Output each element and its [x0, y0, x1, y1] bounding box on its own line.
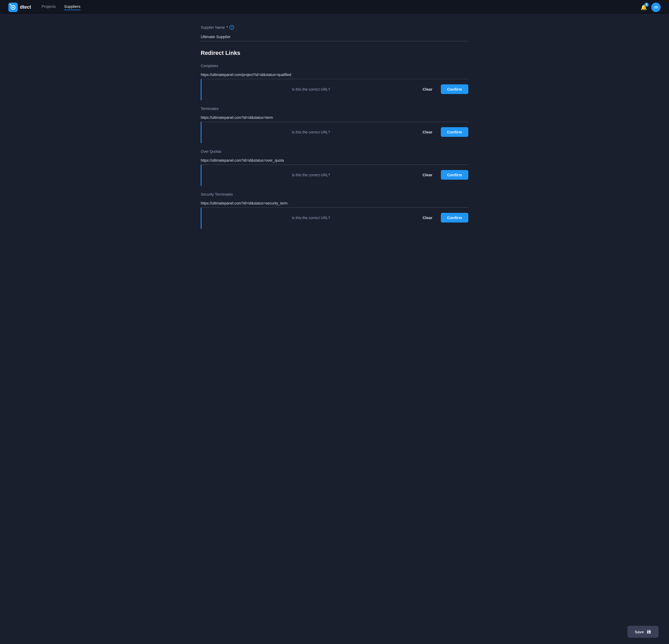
- save-icon: [646, 629, 651, 634]
- confirm-button-2[interactable]: Confirm: [441, 170, 469, 180]
- confirm-button-3[interactable]: Confirm: [441, 213, 469, 222]
- nav-link-projects[interactable]: Projects: [42, 4, 56, 10]
- svg-point-2: [12, 6, 14, 8]
- url-input-1[interactable]: [201, 113, 468, 122]
- user-avatar[interactable]: JS: [651, 3, 661, 12]
- confirm-button-1[interactable]: Confirm: [441, 127, 469, 137]
- confirm-button-0[interactable]: Confirm: [441, 84, 469, 94]
- link-label-2: Over Quotas: [201, 149, 468, 153]
- clear-button-3[interactable]: Clear: [418, 214, 437, 222]
- logo-area[interactable]: dtect: [8, 3, 31, 12]
- confirm-row-0: Is this the correct URL? Clear Confirm: [201, 79, 468, 100]
- confirm-question-0: Is this the correct URL?: [208, 87, 414, 91]
- confirm-row-1: Is this the correct URL? Clear Confirm: [201, 122, 468, 143]
- clear-button-0[interactable]: Clear: [418, 85, 437, 93]
- logo-icon: [8, 3, 18, 12]
- supplier-name-label: Supplier Name* ?: [201, 25, 468, 30]
- redirect-links-title: Redirect Links: [201, 49, 468, 56]
- nav-links: Projects Suppliers: [42, 4, 641, 10]
- link-label-1: Terminates: [201, 106, 468, 111]
- supplier-name-input[interactable]: [201, 32, 468, 41]
- supplier-name-help-icon[interactable]: ?: [229, 25, 234, 30]
- confirm-question-2: Is this the correct URL?: [208, 173, 414, 177]
- link-label-3: Security Terminates: [201, 192, 468, 196]
- link-group-1: Terminates Is this the correct URL? Clea…: [201, 106, 468, 143]
- notifications-button[interactable]: 🔔 9: [641, 4, 647, 11]
- confirm-row-3: Is this the correct URL? Clear Confirm: [201, 208, 468, 229]
- link-group-3: Security Terminates Is this the correct …: [201, 192, 468, 229]
- confirm-question-3: Is this the correct URL?: [208, 216, 414, 220]
- supplier-name-field: Supplier Name* ?: [201, 25, 468, 41]
- url-input-3[interactable]: [201, 199, 468, 208]
- save-button[interactable]: Save: [627, 626, 658, 638]
- url-input-0[interactable]: [201, 71, 468, 79]
- nav-right: 🔔 9 JS: [641, 3, 661, 12]
- clear-button-1[interactable]: Clear: [418, 128, 437, 136]
- link-group-2: Over Quotas Is this the correct URL? Cle…: [201, 149, 468, 186]
- logo-text: dtect: [20, 4, 31, 10]
- redirect-links-container: Completes Is this the correct URL? Clear…: [201, 64, 468, 229]
- confirm-question-1: Is this the correct URL?: [208, 130, 414, 134]
- nav-link-suppliers[interactable]: Suppliers: [64, 4, 81, 10]
- link-group-0: Completes Is this the correct URL? Clear…: [201, 64, 468, 100]
- save-area: Save: [627, 626, 658, 638]
- navbar: dtect Projects Suppliers 🔔 9 JS: [0, 0, 669, 15]
- link-label-0: Completes: [201, 64, 468, 68]
- confirm-row-2: Is this the correct URL? Clear Confirm: [201, 165, 468, 186]
- main-content: Supplier Name* ? Redirect Links Complete…: [188, 15, 481, 266]
- clear-button-2[interactable]: Clear: [418, 171, 437, 179]
- url-input-2[interactable]: [201, 156, 468, 165]
- notifications-badge: 9: [644, 3, 649, 7]
